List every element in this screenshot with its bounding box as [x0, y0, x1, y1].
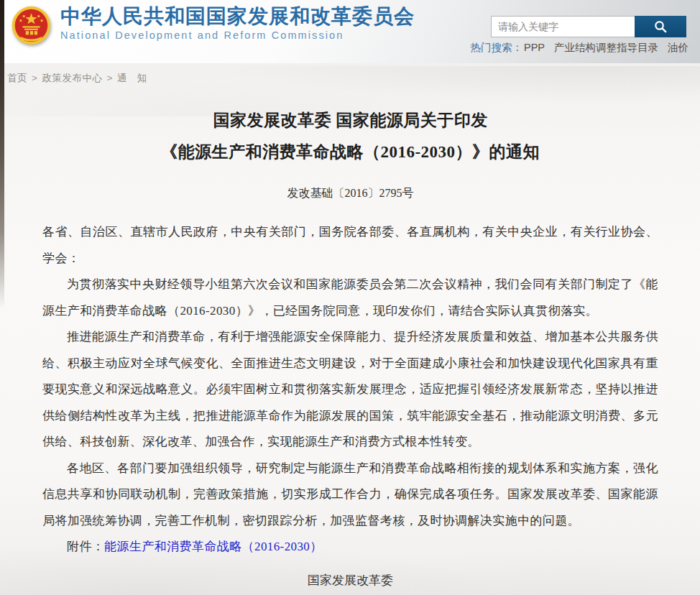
document-title: 国家发展改革委 国家能源局关于印发 《能源生产和消费革命战略（2016-2030… — [42, 105, 658, 168]
document-title-line1: 国家发展改革委 国家能源局关于印发 — [213, 111, 487, 129]
left-edge-shadow — [0, 0, 4, 309]
attachment-line: 附件：能源生产和消费革命战略（2016-2030） — [42, 534, 658, 561]
breadcrumb: 首页>政策发布中心>通 知 — [7, 72, 147, 85]
national-emblem-icon — [11, 6, 51, 45]
search-button[interactable] — [635, 16, 686, 37]
site-title-english: National Development and Reform Commissi… — [60, 29, 415, 41]
search-input[interactable] — [491, 16, 635, 37]
hot-search-label: 热门搜索： — [470, 42, 522, 53]
paragraph-salutation: 各省、自治区、直辖市人民政府，中央有关部门，国务院各部委、各直属机构，有关中央企… — [42, 219, 658, 272]
document-body: 各省、自治区、直辖市人民政府，中央有关部门，国务院各部委、各直属机构，有关中央企… — [42, 219, 658, 561]
paragraph-1: 为贯彻落实中央财经领导小组第六次会议和国家能源委员会第二次会议精神，我们会同有关… — [42, 272, 658, 324]
search-box — [491, 16, 686, 37]
paragraph-3: 各地区、各部门要加强组织领导，研究制定与能源生产和消费革命战略相衔接的规划体系和… — [42, 456, 658, 535]
hot-search-link-catalog[interactable]: 产业结构调整指导目录 — [554, 42, 658, 53]
site-title-block: 中华人民共和国国家发展和改革委员会 National Development a… — [60, 4, 415, 41]
hot-search-bar: 热门搜索：PPP产业结构调整指导目录油价 — [470, 41, 689, 55]
document-area: 国家发展改革委 国家能源局关于印发 《能源生产和消费革命战略（2016-2030… — [42, 105, 658, 595]
signature-block: 国家发展改革委 国 家 能 源 局 2016年12月29日 — [42, 568, 658, 595]
site-logo[interactable]: 中华人民共和国国家发展和改革委员会 National Development a… — [11, 4, 415, 45]
breadcrumb-home[interactable]: 首页 — [7, 73, 27, 83]
hot-search-link-ppp[interactable]: PPP — [524, 42, 545, 53]
breadcrumb-current-notice: 通 知 — [117, 73, 147, 83]
breadcrumb-separator: > — [106, 73, 112, 83]
attachment-link[interactable]: 能源生产和消费革命战略（2016-2030） — [104, 540, 322, 553]
site-header: 中华人民共和国国家发展和改革委员会 National Development a… — [0, 0, 700, 63]
hot-search-link-oil-price[interactable]: 油价 — [668, 42, 689, 53]
signature-agency-nea: 国 家 能 源 局 — [42, 593, 658, 595]
signature-agency-ndrc: 国家发展改革委 — [42, 568, 658, 593]
document-number: 发改基础〔2016〕2795号 — [42, 186, 658, 201]
site-title-chinese: 中华人民共和国国家发展和改革委员会 — [60, 4, 415, 29]
breadcrumb-separator: > — [32, 73, 37, 83]
document-title-line2: 《能源生产和消费革命战略（2016-2030）》的通知 — [161, 143, 540, 161]
breadcrumb-policy-center[interactable]: 政策发布中心 — [42, 73, 102, 83]
attachment-label: 附件： — [67, 540, 104, 553]
search-icon — [653, 19, 668, 34]
paragraph-2: 推进能源生产和消费革命，有利于增强能源安全保障能力、提升经济发展质量和效益、增加… — [42, 324, 658, 456]
